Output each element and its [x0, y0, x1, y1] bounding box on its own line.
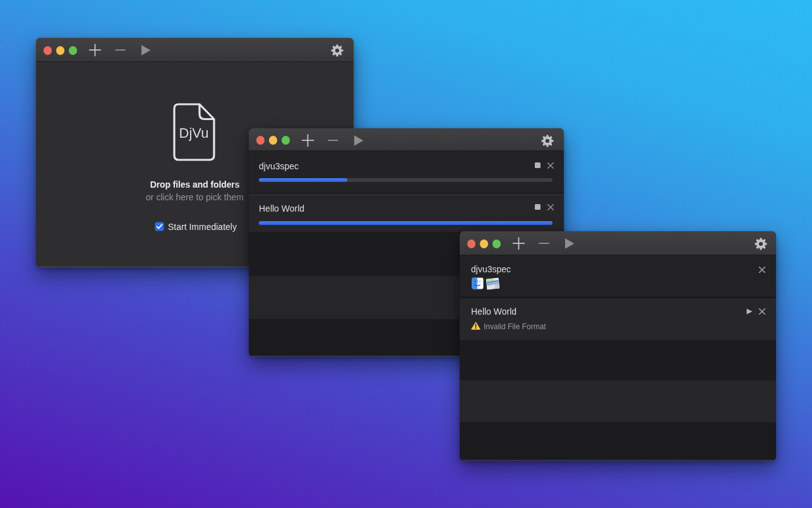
svg-text:DjVu: DjVu	[179, 125, 209, 141]
